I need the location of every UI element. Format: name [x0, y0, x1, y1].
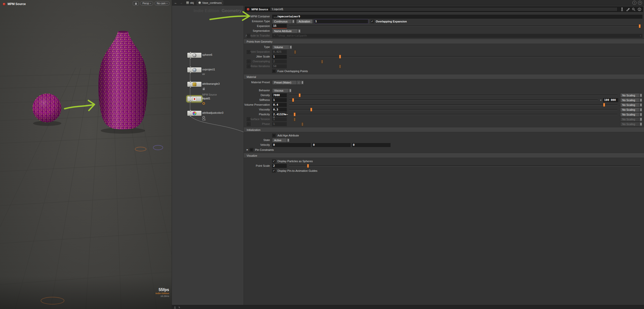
network-editor[interactable]: Indie Edition Geometry sphere6 uvproj — [172, 6, 244, 305]
add-age-checkbox[interactable] — [272, 134, 276, 137]
mpm-container-field[interactable]: ../mpmcontainer9 — [272, 15, 642, 19]
point-scale-slider-handle[interactable] — [307, 164, 309, 168]
output-connector[interactable] — [190, 72, 191, 73]
display-pin-guides-checkbox[interactable]: ✓ — [272, 169, 276, 173]
help-button[interactable]: ? — [638, 1, 642, 5]
particle-vase[interactable] — [98, 31, 147, 129]
forward-button[interactable]: → — [179, 1, 183, 5]
node-attribadjustcolor3[interactable] — [187, 110, 202, 116]
node-liquid1[interactable] — [187, 96, 202, 102]
input-connector[interactable] — [190, 110, 191, 111]
apply-preset-button[interactable]: ↓ — [297, 80, 301, 85]
section-material[interactable]: Material — [244, 75, 644, 79]
volume-preservation-scale-spinner[interactable] — [639, 103, 642, 107]
surface-tension-toggle[interactable] — [247, 118, 250, 121]
behavior-select[interactable]: Viscous — [272, 88, 289, 93]
output-connector[interactable] — [190, 101, 191, 102]
particle-sphere[interactable] — [33, 94, 61, 122]
point-separation-toggle[interactable] — [247, 50, 250, 54]
select-cursor-icon[interactable] — [178, 306, 181, 308]
jitter-scale-slider-handle[interactable] — [339, 55, 341, 59]
segmentation-select[interactable]: Name Attribute — [272, 29, 298, 33]
density-slider-handle[interactable] — [299, 93, 301, 97]
point-scale-field[interactable]: 2 — [272, 164, 287, 168]
back-button[interactable]: ← — [174, 1, 178, 5]
display-particles-checkbox[interactable]: ✓ — [272, 159, 276, 163]
density-slider[interactable] — [289, 95, 617, 96]
stiffness-field[interactable]: 1 — [272, 98, 287, 102]
attribute-transfer-field[interactable]: * ^shop_materialpath ▾ — [272, 34, 642, 38]
activation-mode-button[interactable]: Activation — [296, 19, 313, 24]
brush-icon[interactable] — [626, 8, 630, 11]
behavior-spinner[interactable] — [289, 88, 292, 93]
info-circle-icon[interactable] — [638, 8, 641, 11]
attribute-transfer-toggle[interactable] — [247, 34, 250, 38]
type-spinner[interactable] — [289, 45, 292, 49]
plasticity-field[interactable]: 2.41329e-0 — [272, 113, 287, 117]
overlapping-expansion-checkbox[interactable]: ✓ — [371, 20, 374, 23]
density-scale-spinner[interactable] — [639, 93, 642, 98]
user-icon[interactable] — [174, 306, 176, 308]
plasticity-scale-spinner[interactable] — [639, 112, 642, 117]
viscosity-scale-spinner[interactable] — [639, 107, 642, 112]
emission-type-spinner[interactable] — [292, 19, 295, 24]
jitter-scale-slider[interactable] — [289, 56, 640, 57]
stiffness-slider[interactable] — [289, 100, 598, 100]
node-name-input[interactable]: liquid1 — [270, 7, 617, 11]
expansion-slider[interactable] — [289, 26, 640, 26]
stiffness-multiplier-field[interactable]: 100 000 — [603, 98, 618, 102]
no-cam-button[interactable]: No cam ▾ — [154, 1, 170, 6]
input-connector[interactable] — [190, 95, 191, 97]
volume-preservation-slider[interactable] — [289, 104, 617, 105]
collapse-triangle-icon[interactable]: ▶ — [247, 149, 248, 151]
material-preset-spinner[interactable] — [301, 80, 304, 85]
plasticity-slider[interactable] — [289, 114, 617, 115]
info-button[interactable]: i — [632, 1, 636, 5]
node-uvproject1[interactable] — [187, 67, 202, 73]
pin-constraints-checkbox[interactable] — [250, 148, 253, 152]
input-connector[interactable] — [190, 81, 191, 82]
fuse-overlapping-checkbox[interactable] — [272, 69, 276, 73]
material-preset-select[interactable]: Preset (Water) — [272, 80, 297, 85]
type-select[interactable]: Volume — [272, 45, 289, 49]
viscosity-field[interactable]: 0.3 — [272, 108, 287, 112]
point-scale-slider[interactable] — [289, 165, 640, 166]
volume-preservation-field[interactable]: 0.4 — [272, 103, 287, 107]
stiffness-slider-handle[interactable] — [292, 98, 294, 102]
node-attribwrangle3[interactable] — [187, 81, 202, 87]
expansion-field[interactable]: 15 — [272, 24, 287, 29]
volume-preservation-scale-select[interactable]: No Scaling — [620, 103, 639, 107]
viscosity-slider[interactable] — [289, 109, 617, 110]
node-sphere6[interactable] — [187, 52, 202, 58]
section-initialization[interactable]: Initialization — [244, 128, 644, 132]
state-select[interactable]: Active — [272, 138, 287, 143]
viewport-3d[interactable]: MPM Source Persp ▾ No cam ▾ 55fps Indie … — [0, 0, 172, 309]
stiffness-scale-spinner[interactable] — [639, 98, 642, 102]
breadcrumb-root[interactable]: obj — [185, 1, 195, 5]
viscosity-slider-handle[interactable] — [310, 108, 312, 111]
oversampling-toggle[interactable] — [247, 60, 250, 63]
relax-iterations-toggle[interactable] — [247, 65, 250, 68]
bypass-badge-icon[interactable] — [202, 102, 205, 105]
phase-toggle[interactable] — [247, 122, 250, 126]
persp-view-button[interactable]: Persp ▾ — [140, 1, 153, 6]
output-connector[interactable] — [190, 86, 191, 88]
state-spinner[interactable] — [287, 138, 290, 143]
emission-type-select[interactable]: Continuous — [272, 19, 292, 24]
output-connector[interactable] — [190, 57, 191, 59]
velocity-z-field[interactable]: 0 — [352, 143, 391, 147]
volume-preservation-slider-handle[interactable] — [603, 103, 605, 107]
search-icon[interactable] — [632, 8, 635, 11]
velocity-x-field[interactable]: 0 — [272, 143, 311, 147]
section-visualize[interactable]: Visualize — [244, 153, 644, 158]
input-connector[interactable] — [190, 66, 191, 68]
breadcrumb-node[interactable]: Vase_continuos — [197, 1, 223, 5]
viscosity-scale-select[interactable]: No Scaling — [620, 107, 639, 112]
output-connector[interactable] — [190, 115, 191, 117]
stiffness-scale-select[interactable]: No Scaling — [620, 98, 639, 102]
expansion-slider-handle[interactable] — [639, 24, 641, 28]
density-field[interactable]: 7000 — [272, 93, 287, 97]
density-scale-select[interactable]: No Scaling — [620, 93, 639, 98]
velocity-y-field[interactable]: 0 — [312, 143, 351, 147]
plasticity-slider-handle[interactable] — [294, 113, 296, 116]
